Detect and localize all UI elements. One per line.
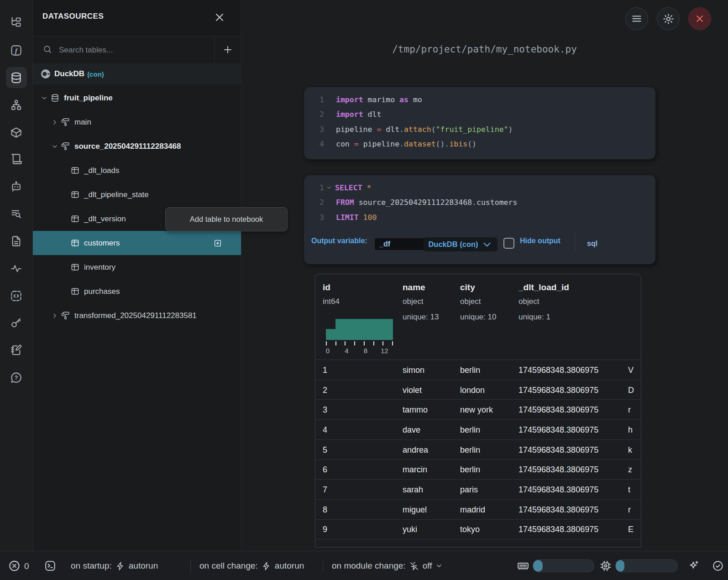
code-token: () (467, 140, 477, 148)
error-count-value: 0 (24, 561, 29, 571)
chevron-right-icon[interactable] (51, 312, 58, 319)
rail-item-code-square[interactable] (6, 285, 27, 306)
tree-row-fruit_pipeline[interactable]: fruit_pipeline (32, 86, 241, 110)
table-row[interactable]: 2violetlondon1745968348.3806975D (315, 380, 641, 400)
code-line: 2import dlt (304, 107, 655, 122)
code-text: import marimo as mo (336, 95, 422, 104)
zap-icon (262, 561, 271, 571)
ai-sparkles-icon[interactable] (688, 560, 700, 572)
table-row[interactable]: 9yukitokyo1745968348.3806975E (315, 519, 641, 540)
code-token (395, 95, 399, 104)
table-cell: 1 (323, 365, 327, 375)
chevron-right-icon[interactable] (51, 119, 58, 126)
menu-button[interactable] (625, 7, 648, 30)
histogram-tick-label: 0 (326, 347, 330, 355)
table-cell: r (628, 405, 631, 415)
on-startup-setting[interactable]: on startup: autorun (71, 561, 158, 571)
rail-item-file-tree[interactable] (6, 11, 27, 32)
tree-row-customers[interactable]: customers (32, 231, 241, 255)
histogram-tick (392, 341, 393, 345)
search-input[interactable] (58, 42, 210, 59)
column-dtype: object (403, 297, 423, 306)
engine-select[interactable]: DuckDB (con) (424, 237, 498, 251)
tree-label: inventory (84, 263, 115, 272)
rail-item-function-square[interactable]: f (6, 40, 27, 61)
rail-item-scroll[interactable] (6, 148, 27, 169)
rail-item-activity[interactable] (6, 258, 27, 279)
table-row[interactable]: 3tammonew york1745968348.3806975r (315, 399, 641, 420)
rail-item-bot[interactable] (6, 176, 27, 197)
code-token: dlt (368, 110, 382, 119)
line-number: 1 (304, 95, 324, 104)
database-icon (51, 94, 59, 102)
code-token: . (472, 198, 477, 207)
hide-output-checkbox[interactable] (503, 238, 514, 249)
tree-row-source_202504291112283468[interactable]: source_202504291112283468 (32, 134, 241, 158)
table-row[interactable]: 7sarahparis1745968348.3806975t (315, 479, 641, 500)
tree-row-inventory[interactable]: inventory (32, 255, 241, 279)
table-row[interactable]: 6marcinberlin1745968348.3806975z (315, 460, 641, 480)
table-container: idint64nameobjectunique: 13cityobjectuni… (315, 274, 641, 548)
table-cell: dave (403, 425, 420, 434)
line-number: 2 (304, 198, 324, 207)
connected-check-icon[interactable] (712, 560, 724, 572)
rail-item-key[interactable] (6, 312, 27, 333)
chevron-down-icon[interactable] (51, 143, 58, 150)
code-text: pipeline = dlt.attach("fruit_pipeline") (336, 125, 513, 134)
file-text-icon (10, 235, 22, 247)
python-cell[interactable]: 1import marimo as mo2import dlt3pipeline… (304, 87, 656, 160)
add-datasource-button[interactable] (214, 36, 241, 63)
histogram-tick (335, 341, 336, 345)
rail-item-notebook-pen[interactable] (6, 340, 27, 361)
zap-icon (115, 561, 125, 571)
table-cell: 1745968348.3806975 (519, 525, 598, 534)
database-icon (10, 72, 22, 84)
settings-button[interactable] (657, 7, 680, 30)
line-number: 1 (304, 183, 324, 192)
rail-item-log-search[interactable] (6, 203, 27, 224)
output-variable-input[interactable] (375, 238, 426, 250)
tree-label: _dlt_version (84, 214, 126, 224)
add-table-button[interactable] (214, 239, 222, 247)
on-cell-change-setting[interactable]: on cell change: autorun (199, 561, 304, 571)
tree-row-transformed_202504291112283581[interactable]: transformed_202504291112283581 (32, 303, 241, 328)
rail-item-package[interactable] (6, 122, 27, 143)
code-token (362, 183, 367, 192)
table-row[interactable]: 8miguelmadrid1745968348.3806975r (315, 499, 641, 520)
code-token: () (436, 140, 445, 148)
chevron-down-icon[interactable] (41, 94, 48, 102)
close-icon[interactable] (213, 11, 226, 24)
errors-icon (8, 560, 21, 572)
rail-item-file-text[interactable] (6, 230, 27, 251)
tree-label: fruit_pipeline (64, 94, 113, 103)
code-token: 100 (363, 213, 377, 222)
table-row[interactable]: 5andreaberlin1745968348.3806975k (315, 439, 641, 460)
rail-item-database[interactable] (6, 67, 27, 88)
tree-row-purchases[interactable]: purchases (32, 279, 241, 303)
sql-cell[interactable]: 1SELECT *2FROM source_202504291112283468… (304, 175, 656, 265)
tree-label: purchases (84, 287, 120, 296)
table-cell: h (628, 425, 633, 434)
line-number: 4 (304, 140, 324, 148)
connection-row[interactable]: DuckDB (con) (32, 63, 241, 84)
on-module-change-setting[interactable]: on module change: off (332, 561, 443, 571)
error-count[interactable]: 0 (8, 560, 29, 572)
code-token: ( (431, 125, 436, 134)
tree-row-_dlt_loads[interactable]: _dlt_loads (32, 158, 241, 183)
code-token: dlt (386, 125, 399, 134)
tree-row-_dlt_pipeline_state[interactable]: _dlt_pipeline_state (32, 183, 241, 207)
rail-item-workflow[interactable] (6, 94, 27, 115)
table-row[interactable]: 4daveberlin1745968348.3806975h (315, 419, 641, 440)
table-cell: andrea (403, 445, 428, 455)
notebook-pen-icon (10, 344, 22, 356)
table-cell: z (628, 465, 632, 475)
terminal-icon[interactable] (44, 560, 56, 572)
table-row[interactable]: 1simonberlin1745968348.3806975V (315, 360, 641, 380)
schema-icon (61, 311, 70, 320)
code-token (359, 213, 363, 222)
shutdown-button[interactable] (688, 7, 711, 30)
table-cell: V (628, 365, 634, 375)
rail-item-help-bubble[interactable]: ? (6, 367, 27, 388)
tree-row-main[interactable]: main (32, 110, 241, 134)
activity-icon (10, 262, 22, 275)
